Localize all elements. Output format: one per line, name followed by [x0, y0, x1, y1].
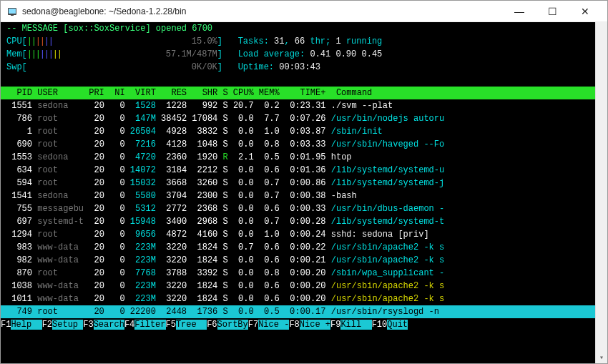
fkey-label: Nice + — [300, 320, 330, 330]
fkey-f4[interactable]: F4 — [124, 320, 134, 330]
window-buttons: — ☐ ✕ — [503, 1, 602, 22]
column-header[interactable]: PID USER PRI NI VIRT RES SHR S CPU% MEM%… — [1, 87, 607, 99]
fkey-f8[interactable]: F8 — [289, 320, 299, 330]
process-row[interactable]: 755 messagebu 20 0 5312 2772 2368 S 0.0 … — [1, 202, 607, 215]
fkey-f10[interactable]: F10 — [372, 320, 388, 330]
fkey-label: Kill — [340, 320, 371, 330]
terminal-area[interactable]: -- MESSAGE [sox::SoxService] opened 6700… — [1, 22, 607, 363]
process-row[interactable]: 786 root 20 0 147M 38452 17084 S 0.0 7.7… — [1, 112, 607, 125]
svg-rect-1 — [9, 9, 16, 14]
fkey-f9[interactable]: F9 — [330, 320, 340, 330]
function-key-bar: F1Help F2Setup F3SearchF4FilterF5Tree F6… — [1, 318, 607, 331]
process-list: 1551 sedona 20 0 1528 1228 992 S 20.7 0.… — [1, 99, 607, 318]
fkey-label: Nice - — [258, 320, 289, 330]
process-row[interactable]: 697 systemd-t 20 0 15948 3400 2968 S 0.0… — [1, 215, 607, 228]
process-row[interactable]: 983 www-data 20 0 223M 3220 1824 S 0.7 0… — [1, 241, 607, 254]
app-icon — [6, 6, 18, 17]
fkey-f7[interactable]: F7 — [248, 320, 258, 330]
mem-meter: Mem[||||||||57.1M/487M] Load average: 0.… — [1, 48, 607, 61]
fkey-f6[interactable]: F6 — [207, 320, 217, 330]
svg-rect-2 — [11, 15, 14, 16]
process-row[interactable]: 870 root 20 0 7768 3788 3392 S 0.0 0.8 0… — [1, 267, 607, 280]
process-row[interactable]: 690 root 20 0 7216 4128 1048 S 0.0 0.8 0… — [1, 138, 607, 151]
maximize-button[interactable]: ☐ — [536, 1, 569, 22]
minimize-button[interactable]: — — [503, 1, 536, 22]
process-row[interactable]: 634 root 20 0 14072 3184 2212 S 0.0 0.6 … — [1, 164, 607, 177]
fkey-f1[interactable]: F1 — [1, 320, 11, 330]
process-row[interactable]: 982 www-data 20 0 223M 3220 1824 S 0.0 0… — [1, 254, 607, 267]
fkey-label: SortBy — [217, 320, 248, 330]
process-row[interactable]: 1038 www-data 20 0 223M 3220 1824 S 0.0 … — [1, 280, 607, 292]
title-bar[interactable]: sedona@beaglebone: ~/Sedona-1.2.28/bin —… — [1, 1, 607, 22]
cpu-meter: CPU[||||||15.0%] Tasks: 31, 66 thr; 1 ru… — [1, 35, 607, 48]
process-row[interactable]: 1553 sedona 20 0 4720 2360 1920 R 2.1 0.… — [1, 151, 607, 164]
fkey-label: Help — [11, 320, 41, 330]
process-row[interactable]: 749 root 20 0 22200 2448 1736 S 0.0 0.5 … — [1, 305, 607, 318]
close-button[interactable]: ✕ — [569, 1, 602, 22]
process-row[interactable]: 594 root 20 0 15032 3668 3260 S 0.0 0.7 … — [1, 177, 607, 190]
fkey-label: Setup — [52, 320, 83, 330]
process-row[interactable]: 1011 www-data 20 0 223M 3220 1824 S 0.0 … — [1, 292, 607, 305]
fkey-f3[interactable]: F3 — [83, 320, 93, 330]
swp-meter: Swp[0K/0K] Uptime: 00:03:43 — [1, 61, 607, 74]
process-row[interactable]: 1551 sedona 20 0 1528 1228 992 S 20.7 0.… — [1, 99, 607, 112]
window-title: sedona@beaglebone: ~/Sedona-1.2.28/bin — [22, 6, 503, 16]
fkey-f2[interactable]: F2 — [42, 320, 52, 330]
blank-line — [1, 74, 607, 87]
fkey-f5[interactable]: F5 — [166, 320, 176, 330]
scrollbar[interactable]: ▾ — [595, 22, 607, 363]
fkey-label: Filter — [134, 320, 165, 330]
fkey-label: Search — [94, 320, 124, 330]
process-row[interactable]: 1294 root 20 0 9656 4872 4160 S 0.0 1.0 … — [1, 228, 607, 241]
app-window: sedona@beaglebone: ~/Sedona-1.2.28/bin —… — [0, 0, 608, 364]
service-message: -- MESSAGE [sox::SoxService] opened 6700 — [1, 22, 607, 35]
process-row[interactable]: 1 root 20 0 26504 4928 3832 S 0.0 1.0 0:… — [1, 125, 607, 138]
fkey-label: Tree — [176, 320, 207, 330]
fkey-label: Quit — [387, 320, 408, 330]
scroll-down-icon[interactable]: ▾ — [596, 352, 607, 363]
process-row[interactable]: 1541 sedona 20 0 5580 3704 2300 S 0.0 0.… — [1, 190, 607, 202]
